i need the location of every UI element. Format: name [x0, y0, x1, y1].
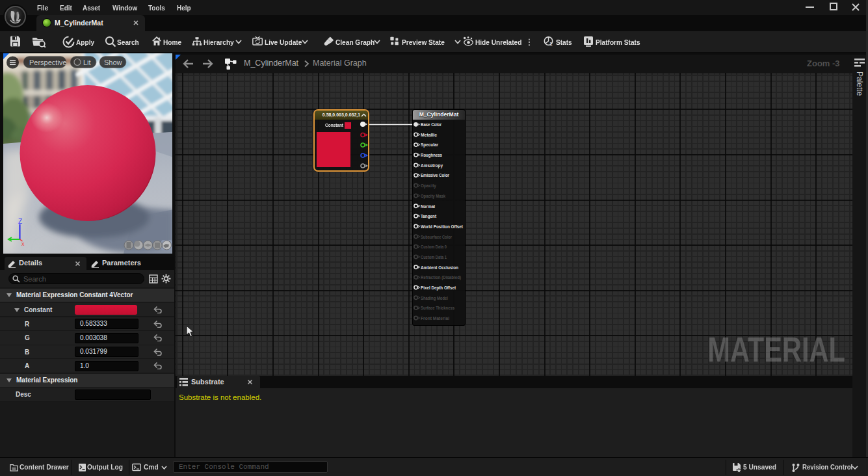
svg-text:Lit: Lit: [83, 59, 91, 66]
svg-text:Opacity: Opacity: [421, 183, 436, 189]
svg-text:Tangent: Tangent: [421, 213, 437, 219]
svg-text:Shading Model: Shading Model: [421, 295, 448, 301]
svg-text:Custom Data 0: Custom Data 0: [421, 244, 447, 250]
svg-text:Custom Data 1: Custom Data 1: [421, 254, 447, 260]
svg-text:Surface Thickness: Surface Thickness: [421, 305, 454, 311]
svg-text:Ambient Occlusion: Ambient Occlusion: [421, 265, 458, 271]
svg-text:Show: Show: [104, 59, 122, 66]
svg-text:Front Material: Front Material: [421, 315, 449, 321]
svg-text:1: 1: [549, 41, 553, 47]
svg-text:Pixel Depth Offset: Pixel Depth Offset: [421, 285, 456, 291]
svg-text:Z: Z: [18, 218, 22, 225]
svg-text:Subsurface Color: Subsurface Color: [421, 234, 452, 240]
svg-text:Specular: Specular: [421, 142, 438, 148]
svg-text:Base Color: Base Color: [421, 122, 441, 127]
svg-text:x: x: [21, 241, 25, 247]
svg-text:World Position Offset: World Position Offset: [421, 224, 464, 230]
svg-text:Emissive Color: Emissive Color: [421, 172, 449, 178]
svg-text:Roughness: Roughness: [421, 152, 442, 158]
svg-text:Normal: Normal: [421, 204, 435, 209]
svg-text:Metallic: Metallic: [421, 132, 437, 138]
svg-text:Refraction (Disabled): Refraction (Disabled): [421, 274, 462, 280]
svg-text:Anisotropy: Anisotropy: [421, 163, 443, 168]
svg-text:Opacity Mask: Opacity Mask: [421, 193, 445, 199]
svg-text:Perspective: Perspective: [29, 59, 66, 66]
